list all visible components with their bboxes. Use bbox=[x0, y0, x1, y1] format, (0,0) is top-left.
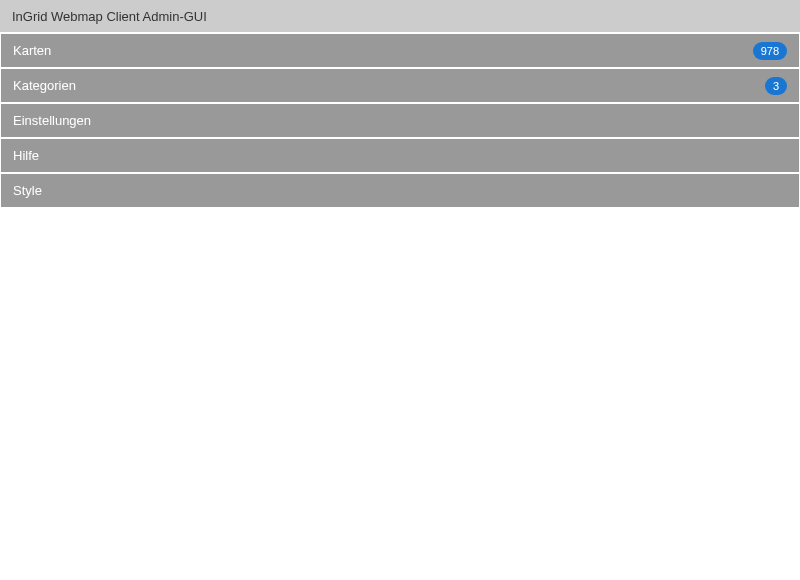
menu-item-hilfe[interactable]: Hilfe bbox=[1, 139, 799, 172]
menu-item-einstellungen[interactable]: Einstellungen bbox=[1, 104, 799, 137]
menu-item-label: Kategorien bbox=[13, 78, 76, 93]
count-badge: 978 bbox=[753, 42, 787, 60]
app-header: InGrid Webmap Client Admin-GUI bbox=[0, 0, 800, 32]
menu-item-style[interactable]: Style bbox=[1, 174, 799, 207]
menu-item-label: Einstellungen bbox=[13, 113, 91, 128]
menu-item-label: Hilfe bbox=[13, 148, 39, 163]
count-badge: 3 bbox=[765, 77, 787, 95]
app-title: InGrid Webmap Client Admin-GUI bbox=[12, 9, 207, 24]
menu-item-kategorien[interactable]: Kategorien 3 bbox=[1, 69, 799, 102]
main-menu: Karten 978 Kategorien 3 Einstellungen Hi… bbox=[0, 32, 800, 207]
menu-item-label: Karten bbox=[13, 43, 51, 58]
menu-item-label: Style bbox=[13, 183, 42, 198]
menu-item-karten[interactable]: Karten 978 bbox=[1, 34, 799, 67]
